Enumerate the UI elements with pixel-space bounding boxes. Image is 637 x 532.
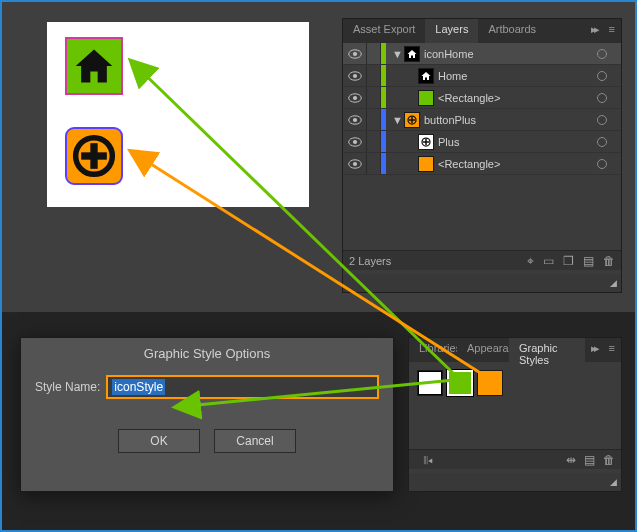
layer-row[interactable]: <Rectangle> bbox=[343, 153, 621, 175]
panel-resize-bar[interactable]: ◢ bbox=[409, 473, 621, 491]
tab-graphic-styles[interactable]: Graphic Styles bbox=[509, 338, 585, 362]
svg-point-10 bbox=[352, 117, 356, 121]
disclosure-triangle-icon[interactable]: ▼ bbox=[392, 114, 402, 126]
svg-point-8 bbox=[352, 95, 356, 99]
new-layer-icon[interactable]: ▤ bbox=[583, 254, 594, 268]
delete-layer-icon[interactable]: 🗑 bbox=[603, 254, 615, 268]
layer-thumbnail bbox=[418, 156, 434, 172]
target-icon[interactable] bbox=[597, 115, 607, 125]
target-icon[interactable] bbox=[597, 137, 607, 147]
layer-thumbnail bbox=[418, 90, 434, 106]
ok-button[interactable]: OK bbox=[118, 429, 200, 453]
visibility-icon[interactable] bbox=[348, 137, 362, 147]
style-name-value: iconStyle bbox=[112, 379, 165, 395]
layer-row[interactable]: Home bbox=[343, 65, 621, 87]
svg-point-15 bbox=[352, 139, 356, 143]
panel-menu-icon[interactable]: ≡ bbox=[603, 338, 621, 362]
layer-name-label[interactable]: Plus bbox=[438, 136, 591, 148]
layer-thumbnail bbox=[404, 46, 420, 62]
visibility-icon[interactable] bbox=[348, 159, 362, 169]
graphic-styles-tabs: Libraries Appearance Graphic Styles ▸▸ ≡ bbox=[409, 338, 621, 362]
graphic-style-swatch-iconstyle[interactable] bbox=[447, 370, 473, 396]
visibility-icon[interactable] bbox=[348, 115, 362, 125]
locate-object-icon[interactable]: ⌖ bbox=[527, 254, 534, 268]
layers-panel-status-bar: 2 Layers ⌖ ▭ ❐ ▤ 🗑 bbox=[343, 250, 621, 270]
visibility-icon[interactable] bbox=[348, 49, 362, 59]
layer-thumbnail bbox=[418, 68, 434, 84]
visibility-icon[interactable] bbox=[348, 71, 362, 81]
tab-asset-export[interactable]: Asset Export bbox=[343, 19, 425, 43]
svg-rect-13 bbox=[409, 119, 415, 121]
layer-name-label[interactable]: buttonPlus bbox=[424, 114, 591, 126]
graphic-styles-panel: Libraries Appearance Graphic Styles ▸▸ ≡… bbox=[408, 337, 622, 492]
layer-name-label[interactable]: <Rectangle> bbox=[438, 92, 591, 104]
make-clipping-mask-icon[interactable]: ▭ bbox=[543, 254, 554, 268]
tab-appearance[interactable]: Appearance bbox=[457, 338, 509, 362]
panel-menu-icon[interactable]: ≡ bbox=[603, 19, 621, 43]
delete-style-icon[interactable]: 🗑 bbox=[603, 453, 615, 467]
tab-libraries[interactable]: Libraries bbox=[409, 338, 457, 362]
target-icon[interactable] bbox=[597, 159, 607, 169]
panel-collapse-icon[interactable]: ▸▸ bbox=[585, 338, 603, 362]
graphic-style-options-dialog: Graphic Style Options Style Name: iconSt… bbox=[20, 337, 394, 492]
layers-panel: Asset Export Layers Artboards ▸▸ ≡ ▼ ico… bbox=[342, 18, 622, 293]
artboard-canvas bbox=[47, 22, 309, 207]
layer-thumbnail bbox=[418, 134, 434, 150]
svg-point-4 bbox=[352, 51, 356, 55]
layer-name-label[interactable]: <Rectangle> bbox=[438, 158, 591, 170]
style-libraries-menu-icon[interactable]: ⫴◂ bbox=[423, 453, 433, 467]
graphic-style-swatch-buttonstyle[interactable] bbox=[477, 370, 503, 396]
graphic-style-swatch-default[interactable] bbox=[417, 370, 443, 396]
panel-collapse-icon[interactable]: ▸▸ bbox=[585, 19, 603, 43]
tab-layers[interactable]: Layers bbox=[425, 19, 478, 43]
break-link-icon[interactable]: ⇹ bbox=[566, 453, 576, 467]
disclosure-triangle-icon[interactable]: ▼ bbox=[392, 48, 402, 60]
graphic-styles-footer: ⫴◂ ⇹ ▤ 🗑 bbox=[409, 449, 621, 469]
svg-rect-18 bbox=[423, 141, 429, 143]
artwork-icon-home[interactable] bbox=[65, 37, 123, 95]
target-icon[interactable] bbox=[597, 49, 607, 59]
tab-artboards[interactable]: Artboards bbox=[478, 19, 546, 43]
resize-grip-icon[interactable]: ◢ bbox=[610, 278, 617, 288]
cancel-button[interactable]: Cancel bbox=[214, 429, 296, 453]
panel-resize-bar[interactable]: ◢ bbox=[343, 274, 621, 292]
layers-panel-tabs: Asset Export Layers Artboards ▸▸ ≡ bbox=[343, 19, 621, 43]
target-icon[interactable] bbox=[597, 71, 607, 81]
style-name-label: Style Name: bbox=[35, 380, 100, 394]
layer-name-label[interactable]: Home bbox=[438, 70, 591, 82]
visibility-icon[interactable] bbox=[348, 93, 362, 103]
layer-thumbnail bbox=[404, 112, 420, 128]
layer-row[interactable]: <Rectangle> bbox=[343, 87, 621, 109]
resize-grip-icon[interactable]: ◢ bbox=[610, 477, 617, 487]
layer-count-label: 2 Layers bbox=[349, 255, 527, 267]
layer-row[interactable]: ▼ buttonPlus bbox=[343, 109, 621, 131]
svg-point-20 bbox=[352, 161, 356, 165]
layer-row[interactable]: Plus bbox=[343, 131, 621, 153]
svg-rect-2 bbox=[81, 152, 107, 159]
svg-point-6 bbox=[352, 73, 356, 77]
dialog-title: Graphic Style Options bbox=[21, 338, 393, 375]
new-style-icon[interactable]: ▤ bbox=[584, 453, 595, 467]
style-name-input[interactable]: iconStyle bbox=[106, 375, 379, 399]
artwork-button-plus[interactable] bbox=[65, 127, 123, 185]
layer-row[interactable]: ▼ iconHome bbox=[343, 43, 621, 65]
layer-name-label[interactable]: iconHome bbox=[424, 48, 591, 60]
target-icon[interactable] bbox=[597, 93, 607, 103]
create-sublayer-icon[interactable]: ❐ bbox=[563, 254, 574, 268]
